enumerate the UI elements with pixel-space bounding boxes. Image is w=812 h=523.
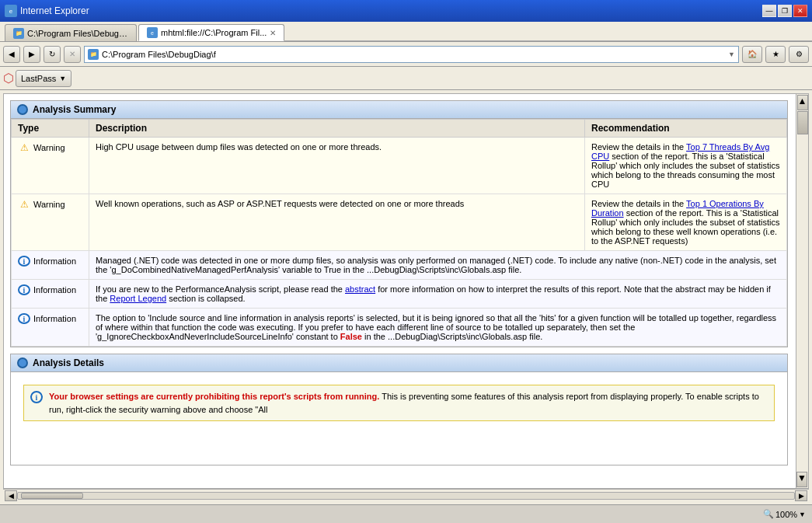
restore-button[interactable]: ❐ xyxy=(778,5,792,17)
tab-2-icon: e xyxy=(147,27,158,38)
recommendation-1: Review the details in the Top 7 Threads … xyxy=(585,138,787,194)
tab-icon: 📁 xyxy=(13,28,24,39)
status-bar: 🔍 100% ▼ xyxy=(0,504,812,523)
h-scrollbar[interactable]: ◀ ▶ xyxy=(3,489,809,501)
zoom-icon: 🔍 xyxy=(763,509,774,519)
nav-back-button[interactable]: ◀ xyxy=(3,46,20,63)
lastpass-dropdown-icon[interactable]: ▼ xyxy=(59,75,66,82)
description-2: Well known operations, such as ASP or AS… xyxy=(89,194,585,251)
details-content: i Your browser settings are currently pr… xyxy=(11,372,787,465)
col-type: Type xyxy=(12,120,89,138)
address-box[interactable]: 📁 C:\Program Files\DebugDiag\f ▼ xyxy=(84,46,739,63)
h-scroll-right[interactable]: ▶ xyxy=(795,490,807,501)
browser-warning-bar: i Your browser settings are currently pr… xyxy=(23,385,775,421)
nav-stop-button[interactable]: ✕ xyxy=(64,46,81,63)
dropdown-icon[interactable]: ▼ xyxy=(728,51,735,58)
col-recommendation: Recommendation xyxy=(585,120,787,138)
details-circle-icon xyxy=(17,357,28,368)
tab-2[interactable]: e mhtml:file://C:\Program Fil... ✕ xyxy=(138,24,284,41)
table-row: ⚠ Warning High CPU usage between dump fi… xyxy=(12,138,787,194)
warning-icon-2: ⚠ xyxy=(18,199,30,210)
description-5: The option to 'Include source and line i… xyxy=(89,309,787,347)
table-row: i Information The option to 'Include sou… xyxy=(12,309,787,347)
nav-refresh-button[interactable]: ↻ xyxy=(44,46,61,63)
analysis-summary-title: Analysis Summary xyxy=(33,104,116,115)
abstract-link[interactable]: abstract xyxy=(345,284,375,294)
col-description: Description xyxy=(89,120,585,138)
address-bar: ◀ ▶ ↻ ✕ 📁 C:\Program Files\DebugDiag\f ▼… xyxy=(0,42,812,67)
info-icon-3: i xyxy=(18,313,30,324)
app-icon: e xyxy=(5,5,17,17)
h-scroll-track[interactable] xyxy=(17,492,795,500)
false-text: False xyxy=(340,332,362,341)
warning-icon-1: ⚠ xyxy=(18,142,30,153)
analysis-details-header: Analysis Details xyxy=(11,354,787,372)
info-icon-1: i xyxy=(18,256,30,267)
warning-label-2: Warning xyxy=(33,200,65,209)
zoom-dropdown-icon[interactable]: ▼ xyxy=(799,511,806,518)
info-label-1: Information xyxy=(33,256,76,266)
lastpass-button[interactable]: LastPass ▼ xyxy=(16,70,71,87)
zoom-label: 100% xyxy=(775,510,797,519)
main-area: ▲ ▼ Analysis Summary Type Description Re… xyxy=(0,90,812,504)
home-button[interactable]: 🏠 xyxy=(742,46,762,63)
table-row: i Information Managed (.NET) code was de… xyxy=(12,251,787,280)
favorites-button[interactable]: ★ xyxy=(765,46,786,63)
analysis-details-section: Analysis Details i Your browser settings… xyxy=(10,354,788,465)
close-button[interactable]: ✕ xyxy=(793,5,807,17)
address-text: C:\Program Files\DebugDiag\f xyxy=(102,50,725,59)
description-1: High CPU usage between dump files was de… xyxy=(89,138,585,194)
h-scroll-left[interactable]: ◀ xyxy=(5,490,17,501)
window-title: Internet Explorer xyxy=(20,5,89,16)
analysis-details-title: Analysis Details xyxy=(33,357,104,368)
info-icon-2: i xyxy=(18,284,30,295)
recommendation-2: Review the details in the Top 1 Operatio… xyxy=(585,194,787,251)
section-circle-icon xyxy=(17,104,28,115)
content-scroll-area[interactable]: ▲ ▼ Analysis Summary Type Description Re… xyxy=(3,93,809,489)
analysis-summary-header: Analysis Summary xyxy=(11,101,787,119)
title-bar: e Internet Explorer — ❐ ✕ xyxy=(0,0,812,22)
lastpass-toolbar: ⬡ LastPass ▼ xyxy=(0,67,812,90)
description-3: Managed (.NET) code was detected in one … xyxy=(89,251,787,280)
tab-2-close[interactable]: ✕ xyxy=(270,29,276,37)
nav-forward-button[interactable]: ▶ xyxy=(23,46,40,63)
browser-warning-text: Your browser settings are currently proh… xyxy=(49,390,768,416)
browser-warning-bold: Your browser settings are currently proh… xyxy=(49,392,379,401)
v-scrollbar[interactable]: ▲ ▼ xyxy=(796,94,808,488)
settings-button[interactable]: ⚙ xyxy=(789,46,809,63)
tab-2-label: mhtml:file://C:\Program Fil... xyxy=(161,28,267,37)
lastpass-label: LastPass xyxy=(21,74,56,83)
info-label-2: Information xyxy=(33,285,76,295)
address-icon: 📁 xyxy=(88,49,99,60)
h-scroll-thumb[interactable] xyxy=(21,493,83,499)
zoom-area[interactable]: 🔍 100% ▼ xyxy=(763,509,806,519)
analysis-summary-section: Analysis Summary Type Description Recomm… xyxy=(10,100,788,347)
lastpass-separator-icon: ⬡ xyxy=(3,71,14,85)
table-row: ⚠ Warning Well known operations, such as… xyxy=(12,194,787,251)
warning-label-1: Warning xyxy=(33,143,65,152)
minimize-button[interactable]: — xyxy=(762,5,776,17)
description-4: If you are new to the PerformanceAnalysi… xyxy=(89,280,787,309)
table-row: i Information If you are new to the Perf… xyxy=(12,280,787,309)
browser-info-icon: i xyxy=(30,391,43,403)
tab-bar: 📁 C:\Program Files\DebugDiag\f e mhtml:f… xyxy=(0,22,812,42)
report-legend-link[interactable]: Report Legend xyxy=(110,294,166,303)
summary-table: Type Description Recommendation ⚠ Warnin… xyxy=(11,119,787,347)
tab-1-label: C:\Program Files\DebugDiag\f xyxy=(27,29,128,38)
info-label-3: Information xyxy=(33,314,76,323)
tab-1[interactable]: 📁 C:\Program Files\DebugDiag\f xyxy=(5,24,137,41)
